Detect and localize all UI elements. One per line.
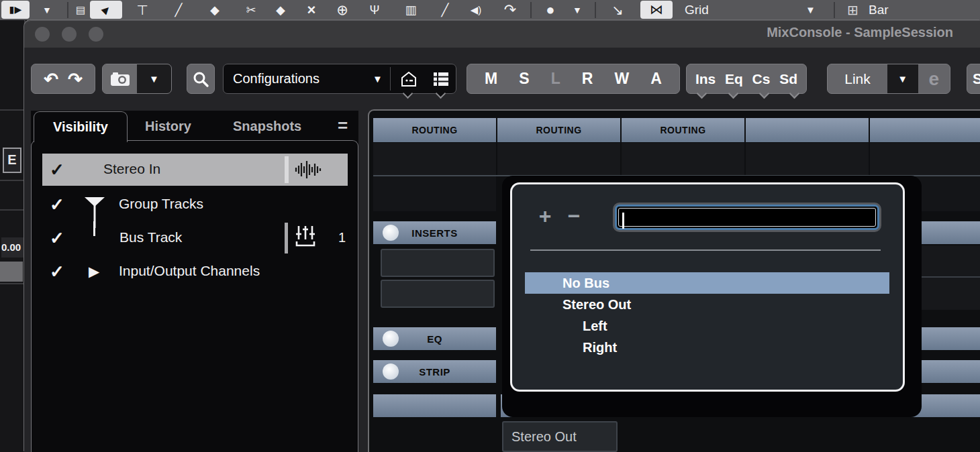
bypass-led[interactable] <box>383 363 399 380</box>
visibility-checkmark[interactable]: ✓ <box>50 161 70 178</box>
eraser-tool-icon[interactable]: ◆ <box>201 0 228 20</box>
tab-snapshots[interactable]: Snapshots <box>233 111 301 141</box>
select-tool-icon[interactable]: ► <box>90 1 122 19</box>
routing-cell[interactable] <box>497 143 620 175</box>
grid-dropdown-icon[interactable]: ▼ <box>805 0 816 20</box>
line-tool-icon[interactable]: ╱ <box>435 0 455 20</box>
hand-tool-icon[interactable]: Ψ <box>361 0 388 20</box>
suspend-automation-button[interactable]: A <box>650 70 662 88</box>
tool-dropdown-icon[interactable]: ▼ <box>39 0 55 20</box>
routing-header[interactable] <box>870 118 980 142</box>
listen-button[interactable]: L <box>551 70 560 88</box>
link-edit-button[interactable]: e <box>918 64 950 93</box>
routing-cell[interactable] <box>373 176 496 211</box>
channel-state-buttons: M S L R W A <box>467 64 680 94</box>
channel-strip-rack-button[interactable]: Cs <box>752 71 771 87</box>
snap-icon[interactable]: ⋈ <box>640 1 673 19</box>
visibility-checkmark[interactable]: ✓ <box>50 229 70 247</box>
inserts-rack-button[interactable]: Ins <box>695 71 716 87</box>
gain-value[interactable]: 0.00 <box>1 237 24 258</box>
sends-rack-button[interactable]: Sd <box>779 71 797 87</box>
inspector-block[interactable] <box>0 262 23 282</box>
divider <box>67 2 68 18</box>
grid-type-label[interactable]: Grid <box>685 0 709 20</box>
insert-slot[interactable] <box>381 249 495 277</box>
remove-bus-button[interactable]: − <box>562 205 585 229</box>
autoscroll-icon[interactable]: ↘ <box>600 0 635 20</box>
minimize-button[interactable] <box>62 27 77 42</box>
range-tool-icon[interactable]: ⊤ <box>129 0 156 20</box>
eq-rack-button[interactable]: Eq <box>725 71 743 87</box>
link-dropdown-button[interactable]: ▼ <box>887 64 918 93</box>
search-button[interactable] <box>187 64 215 94</box>
strip-section-bar[interactable]: STRIP <box>373 360 496 383</box>
routing-cell[interactable] <box>870 143 980 175</box>
read-all-button[interactable]: R <box>582 70 593 88</box>
routing-cell[interactable] <box>373 143 496 175</box>
divider <box>0 180 24 181</box>
routing-cell[interactable] <box>746 143 869 175</box>
write-all-button[interactable]: W <box>614 70 629 88</box>
track-row-stereo-in[interactable]: ✓ Stereo In <box>42 154 348 186</box>
routing-header[interactable]: ROUTING <box>373 118 496 142</box>
add-bus-button[interactable]: + <box>534 205 556 229</box>
punch-icon[interactable]: ▮▶ <box>1 1 30 19</box>
edit-channel-button[interactable]: E <box>3 148 21 173</box>
visibility-checkmark[interactable]: ✓ <box>50 263 70 280</box>
solo-all-button[interactable]: S <box>519 70 529 88</box>
insert-slot[interactable] <box>381 280 495 308</box>
routing-header[interactable]: ROUTING <box>497 118 620 142</box>
partial-button[interactable]: S <box>967 64 980 94</box>
audition-tool-icon[interactable]: ◀) <box>460 0 491 20</box>
routing-header[interactable] <box>746 118 869 142</box>
bus-option-right[interactable]: Right <box>525 337 889 358</box>
undo-icon[interactable]: ↶ <box>44 70 58 88</box>
track-row-group-tracks[interactable]: ✓ Group Tracks <box>32 188 357 221</box>
split-tool-icon[interactable]: ✂ <box>236 0 266 20</box>
zoom-tool-icon[interactable]: ⊕ <box>329 0 356 20</box>
mixer-icon <box>293 225 317 247</box>
routing-header-label: ROUTING <box>411 125 457 135</box>
comp-tool-icon[interactable]: ▥ <box>396 0 426 20</box>
zoom-button[interactable] <box>89 27 103 42</box>
tab-visibility[interactable]: Visibility <box>34 111 128 142</box>
routing-cell[interactable] <box>622 143 744 175</box>
bus-option-left[interactable]: Left <box>525 315 889 337</box>
camera-button[interactable] <box>103 64 137 93</box>
send-slot[interactable]: Stereo Out <box>502 421 618 452</box>
routing-header[interactable]: ROUTING <box>622 118 744 142</box>
bus-option-stereo-out[interactable]: Stereo Out <box>525 294 889 315</box>
bypass-led[interactable] <box>383 225 399 241</box>
mute-all-button[interactable]: M <box>485 70 497 88</box>
mouse-dropdown-icon[interactable]: ▼ <box>568 0 587 20</box>
link-button[interactable]: Link <box>828 64 887 93</box>
close-button[interactable] <box>35 27 50 42</box>
track-row-io-channels[interactable]: ✓ ▶ Input/Output Channels <box>32 255 357 288</box>
bus-option-no-bus[interactable]: No Bus <box>525 272 889 294</box>
configurations-label[interactable]: Configurations <box>233 71 320 87</box>
snapshot-dropdown-button[interactable]: ▼ <box>137 64 171 93</box>
draw-tool-icon[interactable]: ╱ <box>166 0 191 20</box>
redo-icon[interactable]: ↷ <box>68 70 83 88</box>
bypass-led[interactable] <box>383 331 399 347</box>
tab-history[interactable]: History <box>145 111 191 141</box>
divider <box>834 2 835 18</box>
home-icon <box>401 71 417 87</box>
visibility-checkmark[interactable]: ✓ <box>50 196 70 213</box>
eq-section-bar[interactable]: EQ <box>373 327 496 350</box>
mute-tool-icon[interactable]: × <box>298 0 325 20</box>
bus-search-input[interactable] <box>618 208 876 227</box>
layers-icon[interactable]: ▤ <box>72 0 89 20</box>
glue-tool-icon[interactable]: ◆ <box>267 0 294 20</box>
panel-menu-icon[interactable]: = <box>338 111 348 141</box>
sends-section-bar[interactable] <box>373 394 496 417</box>
curve-icon[interactable]: ↷ <box>497 0 524 20</box>
bar-label[interactable]: Bar <box>869 0 889 20</box>
text-caret <box>622 213 624 229</box>
inserts-section-bar[interactable]: INSERTS <box>373 221 496 244</box>
track-row-bus-track[interactable]: ✓ Bus Track 1 <box>32 221 357 255</box>
collapsed-expander-icon[interactable]: ▶ <box>89 264 99 280</box>
configurations-dropdown-icon[interactable]: ▼ <box>373 73 383 84</box>
mouse-icon[interactable]: ● <box>537 0 564 20</box>
routing-header-label: ROUTING <box>660 125 705 135</box>
